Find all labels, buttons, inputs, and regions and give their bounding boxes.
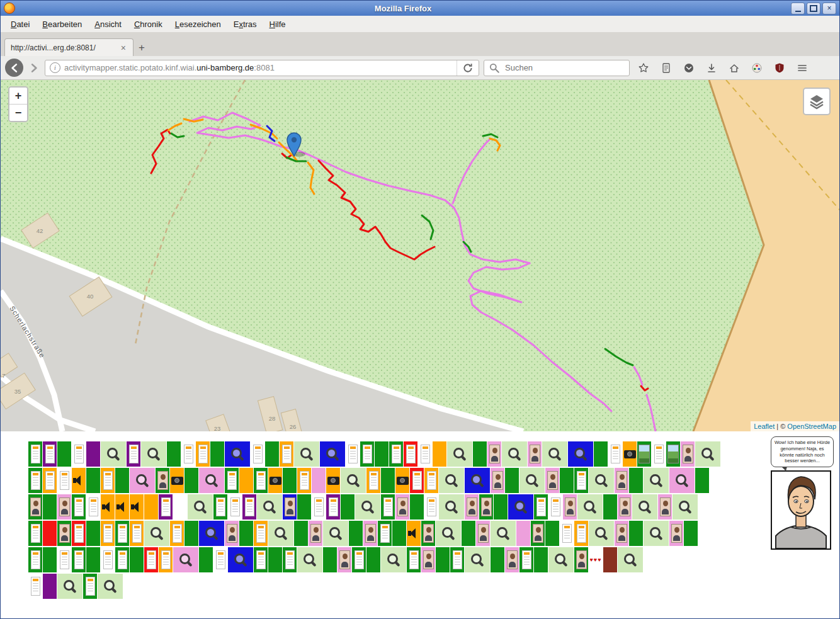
activity-tile[interactable] [312,494,326,520]
activity-tile[interactable] [615,521,628,546]
activity-tile[interactable] [652,441,666,467]
tab-close-icon[interactable]: × [120,43,127,53]
activity-tile[interactable] [101,468,115,493]
activity-tile[interactable] [28,494,42,520]
activity-tile[interactable] [439,494,464,520]
activity-tile[interactable] [389,441,403,467]
search-bar[interactable] [484,60,630,76]
site-info-icon[interactable]: i [50,62,60,73]
activity-tile[interactable] [360,441,374,467]
activity-tile[interactable] [115,521,129,546]
activity-tile[interactable] [28,441,42,467]
activity-tile[interactable] [254,547,268,572]
activity-tile[interactable] [418,441,432,467]
activity-tile[interactable] [479,494,493,520]
activity-tile[interactable] [254,521,268,546]
activity-tile[interactable] [43,494,57,520]
library-icon[interactable] [661,62,672,74]
activity-tile[interactable] [589,521,614,546]
activity-tile[interactable] [462,521,475,546]
activity-tile[interactable] [629,468,643,493]
forward-button[interactable] [28,62,40,74]
activity-tile[interactable] [505,547,519,572]
activity-tile[interactable] [57,441,71,467]
activity-tile[interactable] [159,547,173,572]
activity-tile[interactable] [173,494,187,520]
layers-control[interactable] [803,88,831,115]
activity-tile[interactable] [72,521,86,546]
activity-tile[interactable] [375,441,389,467]
activity-tile[interactable] [283,468,297,493]
activity-tile[interactable] [297,494,311,520]
activity-tile[interactable] [669,521,683,546]
activity-tile[interactable] [395,494,409,520]
activity-tile[interactable] [188,494,213,520]
activity-tile[interactable] [268,521,293,546]
downloads-icon[interactable] [706,62,717,74]
activity-tile[interactable] [666,441,680,467]
activity-tile[interactable] [268,468,282,493]
activity-tile[interactable] [695,441,720,467]
activity-tile[interactable] [487,441,501,467]
activity-tile[interactable] [144,494,158,520]
activity-tile[interactable] [115,547,129,572]
activity-tile[interactable] [450,547,464,572]
activity-tile[interactable] [433,441,446,467]
activity-tile[interactable] [491,547,504,572]
menu-extras[interactable]: Extras [227,18,263,31]
activity-tile[interactable] [115,494,129,520]
activity-tile[interactable] [669,468,695,493]
activity-tile[interactable] [615,468,628,493]
activity-tile[interactable] [346,441,360,467]
activity-tile[interactable] [410,494,424,520]
activity-tile[interactable] [43,468,57,493]
activity-tile[interactable] [407,547,421,572]
activity-tile[interactable] [130,547,144,572]
activity-tile[interactable] [508,494,533,520]
activity-tile[interactable] [341,494,355,520]
activity-tile[interactable] [349,521,363,546]
activity-tile[interactable] [101,547,115,572]
activity-tile[interactable] [254,468,268,493]
activity-tile[interactable] [101,494,115,520]
menu-hilfe[interactable]: Hilfe [263,18,292,31]
activity-tile[interactable] [618,547,643,572]
activity-tile[interactable] [323,521,348,546]
activity-tile[interactable] [170,521,184,546]
close-button[interactable]: × [822,3,836,14]
activity-tile[interactable] [534,494,548,520]
zoom-in-button[interactable]: + [9,88,27,104]
activity-tile[interactable] [542,441,567,467]
search-input[interactable] [504,62,625,73]
activity-tile[interactable] [447,441,472,467]
activity-tile[interactable] [323,547,337,572]
menu-ansicht[interactable]: Ansicht [88,18,128,31]
activity-tile[interactable] [98,574,123,599]
activity-tile[interactable] [381,547,406,572]
activity-tile[interactable] [43,547,57,572]
activity-tile[interactable] [681,441,695,467]
activity-tile[interactable] [265,441,279,467]
activity-tile[interactable] [57,521,71,546]
activity-tile[interactable] [225,441,250,467]
activity-tile[interactable] [72,468,86,493]
menu-bearbeiten[interactable]: Bearbeiten [36,18,88,31]
activity-tile[interactable] [439,468,464,493]
activity-tile[interactable] [309,521,322,546]
activity-tile[interactable] [213,547,227,572]
activity-tile[interactable] [502,441,527,467]
activity-tile[interactable] [424,468,438,493]
menu-chronik[interactable]: Chronik [128,18,169,31]
activity-tile[interactable] [465,468,490,493]
activity-tile[interactable] [366,468,380,493]
activity-tile[interactable] [574,547,588,572]
home-icon[interactable] [729,62,740,74]
activity-tile[interactable] [366,547,380,572]
activity-tile[interactable] [268,547,282,572]
activity-tile[interactable] [199,547,213,572]
activity-tile[interactable] [560,468,574,493]
activity-tile[interactable] [57,468,71,493]
activity-tile[interactable] [251,441,264,467]
activity-tile[interactable] [355,494,380,520]
openstreetmap-link[interactable]: OpenStreetMap [787,423,836,430]
